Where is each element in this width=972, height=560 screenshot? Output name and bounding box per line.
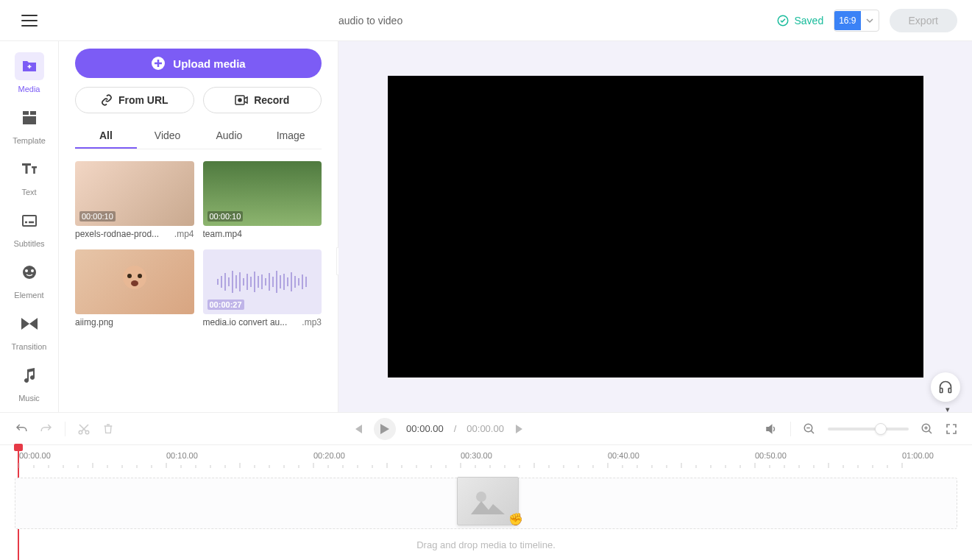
zoom-out-button[interactable] bbox=[803, 422, 816, 436]
media-filename: pexels-rodnae-prod... bbox=[75, 229, 159, 239]
timeline-ruler[interactable]: 00:00.00 00:10.00 00:20.00 00:30.00 00:4… bbox=[0, 445, 972, 470]
zoom-in-button[interactable] bbox=[920, 422, 934, 436]
media-panel: Upload media From URL Record All Video A… bbox=[59, 41, 338, 412]
redo-button[interactable] bbox=[40, 422, 53, 436]
sidebar-item-label: Subtitles bbox=[13, 239, 44, 248]
sidebar-item-label: Transition bbox=[12, 342, 47, 351]
chevron-down-icon bbox=[861, 17, 879, 24]
record-icon bbox=[235, 95, 248, 105]
from-url-label: From URL bbox=[118, 94, 168, 106]
timeline: 00:00.00 00:10.00 00:20.00 00:30.00 00:4… bbox=[0, 444, 972, 560]
tab-image[interactable]: Image bbox=[260, 124, 322, 149]
media-ext: .mp3 bbox=[302, 317, 322, 327]
fullscreen-button[interactable] bbox=[946, 423, 957, 435]
total-time: 00:00.00 bbox=[467, 423, 504, 434]
menu-button[interactable] bbox=[0, 0, 59, 40]
svg-point-14 bbox=[131, 280, 138, 286]
tab-video[interactable]: Video bbox=[137, 124, 199, 149]
saved-label: Saved bbox=[794, 15, 823, 26]
sidebar-item-media[interactable]: Media bbox=[0, 47, 58, 99]
time-separator: / bbox=[454, 423, 457, 434]
duration-badge: 00:00:10 bbox=[207, 211, 244, 221]
cut-button[interactable] bbox=[77, 422, 91, 436]
sidebar-item-subtitles[interactable]: Subtitles bbox=[0, 202, 58, 253]
template-icon bbox=[15, 104, 44, 132]
prev-frame-button[interactable] bbox=[352, 423, 363, 435]
ruler-mark: 00:10.00 bbox=[166, 451, 198, 460]
music-icon bbox=[15, 361, 44, 389]
media-item[interactable]: 00:00:10 pexels-rodnae-prod....mp4 bbox=[75, 161, 194, 239]
svg-rect-2 bbox=[30, 111, 36, 115]
delete-button[interactable] bbox=[102, 422, 114, 436]
next-frame-button[interactable] bbox=[514, 423, 526, 435]
ruler-mark: 00:20.00 bbox=[313, 451, 345, 460]
sidebar-item-label: Music bbox=[18, 394, 40, 403]
media-item[interactable]: 00:00:10 team.mp4 bbox=[203, 161, 322, 239]
media-thumbnail bbox=[75, 249, 194, 314]
aspect-ratio-select[interactable]: 16:9 bbox=[834, 10, 879, 32]
preview-area: ▾ bbox=[338, 41, 972, 412]
timeline-drop-zone[interactable]: ✊ bbox=[15, 478, 957, 529]
svg-point-13 bbox=[138, 274, 142, 278]
plus-circle-icon bbox=[151, 56, 166, 71]
svg-rect-3 bbox=[23, 116, 36, 124]
zoom-thumb[interactable] bbox=[875, 423, 887, 435]
subtitles-icon bbox=[15, 207, 44, 235]
tab-all[interactable]: All bbox=[75, 124, 137, 149]
svg-point-5 bbox=[23, 266, 36, 279]
support-button[interactable] bbox=[931, 372, 960, 402]
media-ext: .mp4 bbox=[174, 229, 194, 239]
preview-canvas[interactable] bbox=[388, 76, 923, 378]
timeline-hint: Drag and drop media to timeline. bbox=[15, 539, 957, 550]
media-thumbnail: 00:00:10 bbox=[203, 161, 322, 226]
volume-button[interactable] bbox=[764, 422, 778, 436]
duration-badge: 00:00:27 bbox=[207, 300, 244, 310]
svg-point-82 bbox=[476, 492, 486, 502]
saved-status: Saved bbox=[776, 14, 823, 27]
check-circle-icon bbox=[776, 14, 790, 27]
svg-rect-15 bbox=[940, 389, 943, 393]
project-title-input[interactable] bbox=[338, 15, 486, 26]
svg-point-7 bbox=[31, 269, 34, 272]
record-label: Record bbox=[254, 94, 289, 106]
current-time: 00:00.00 bbox=[406, 423, 444, 434]
menu-icon bbox=[21, 15, 38, 26]
export-button[interactable]: Export bbox=[890, 9, 957, 32]
sidebar-item-music[interactable]: Music bbox=[0, 356, 58, 408]
svg-rect-1 bbox=[23, 111, 29, 115]
duration-badge: 00:00:10 bbox=[79, 211, 116, 221]
upload-media-button[interactable]: Upload media bbox=[75, 49, 322, 78]
svg-rect-16 bbox=[948, 389, 951, 393]
sidebar-item-label: Template bbox=[13, 136, 46, 145]
ruler-mark: 00:00.00 bbox=[19, 451, 51, 460]
tab-audio[interactable]: Audio bbox=[199, 124, 260, 149]
media-filename: team.mp4 bbox=[203, 229, 242, 239]
text-icon bbox=[15, 155, 44, 183]
media-item[interactable]: 00:00:27 media.io convert au....mp3 bbox=[203, 249, 322, 327]
svg-point-18 bbox=[85, 430, 89, 434]
ruler-mark: 00:50.00 bbox=[755, 451, 787, 460]
media-tabs: All Video Audio Image bbox=[75, 124, 322, 149]
zoom-slider[interactable] bbox=[828, 428, 909, 430]
ruler-mark: 00:30.00 bbox=[461, 451, 492, 460]
grab-cursor-icon: ✊ bbox=[508, 512, 523, 526]
top-bar: Saved 16:9 Export bbox=[0, 0, 972, 41]
waveform-icon bbox=[217, 271, 307, 293]
transition-icon bbox=[15, 310, 44, 338]
aspect-ratio-value: 16:9 bbox=[834, 11, 860, 30]
sidebar-item-template[interactable]: Template bbox=[0, 99, 58, 150]
undo-button[interactable] bbox=[15, 422, 28, 436]
play-icon bbox=[380, 424, 389, 434]
play-button[interactable] bbox=[374, 418, 396, 440]
from-url-button[interactable]: From URL bbox=[75, 87, 194, 113]
element-icon bbox=[15, 258, 44, 286]
sidebar-item-element[interactable]: Element bbox=[0, 253, 58, 305]
record-button[interactable]: Record bbox=[203, 87, 322, 113]
sidebar-item-text[interactable]: Text bbox=[0, 150, 58, 202]
caret-down-icon: ▾ bbox=[946, 405, 950, 414]
headphones-icon bbox=[938, 380, 953, 394]
sidebar-item-transition[interactable]: Transition bbox=[0, 305, 58, 356]
svg-point-10 bbox=[238, 99, 241, 102]
media-item[interactable]: aiimg.png bbox=[75, 249, 194, 327]
ruler-ticks bbox=[0, 463, 957, 469]
